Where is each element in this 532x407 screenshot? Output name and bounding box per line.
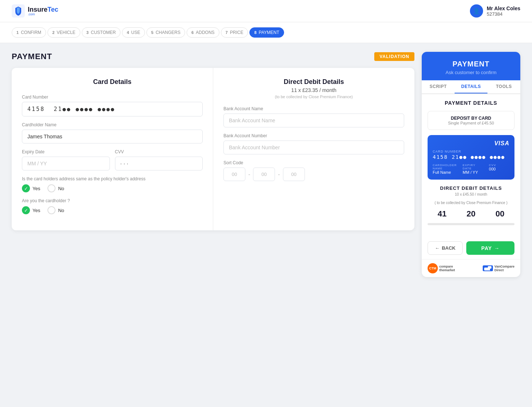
step-price[interactable]: 7 PRICE xyxy=(221,27,248,38)
tab-script[interactable]: SCRIPT xyxy=(422,80,455,93)
sidebar: PAYMENT Ask customer to confirm SCRIPT D… xyxy=(422,52,520,277)
card-cvv-label: CVV xyxy=(489,164,509,167)
dd-number-2: 20 xyxy=(467,209,475,219)
page-title: PAYMENT xyxy=(12,52,52,61)
main-content: PAYMENT VALIDATION Card Details Card Num… xyxy=(0,43,532,286)
sidebar-section-title: PAYMENT DETAILS xyxy=(428,100,514,106)
sort-code-label: Sort Code xyxy=(223,160,404,165)
logo: InsureTec .com xyxy=(12,4,58,18)
cardholder-question-group: Are you the cardholder ? Yes No xyxy=(22,198,203,214)
svg-rect-2 xyxy=(488,266,491,269)
cardholder-name-group: Cardholder Name xyxy=(22,122,203,143)
bank-account-name-input[interactable] xyxy=(223,114,404,127)
card-num-display: 4158 21●● ●●●● ●●●● xyxy=(433,154,509,160)
cardholder-name-input[interactable] xyxy=(22,130,203,143)
tab-tools[interactable]: TOOLS xyxy=(487,80,520,93)
payment-panels: Card Details Card Number Cardholder Name… xyxy=(12,68,414,230)
compare-the-market-logo: CTM comparethemarket xyxy=(428,263,455,273)
partner-logos: CTM comparethemarket VanCompareDirect xyxy=(422,259,520,277)
sort-code-1[interactable] xyxy=(223,168,245,181)
direct-debit-panel: Direct Debit Details 11 x £23.35 / month… xyxy=(213,68,414,230)
deposit-sub: Single Payment of £45.50 xyxy=(432,121,510,125)
cardholder-no-option[interactable]: No xyxy=(47,206,64,214)
tab-details[interactable]: DETAILS xyxy=(455,80,487,93)
bank-account-name-label: Bank Account Name xyxy=(223,106,404,111)
logo-icon xyxy=(12,4,25,18)
address-question-group: Is the card holders address same as the … xyxy=(22,176,203,192)
card-cardholder-label: CARDHOLDER NAME xyxy=(433,164,457,170)
pay-arrow-icon: → xyxy=(494,245,500,251)
sidebar-tabs: SCRIPT DETAILS TOOLS xyxy=(422,80,520,94)
cardholder-radio-group: Yes No xyxy=(22,206,203,214)
cardholder-yes-radio[interactable] xyxy=(22,206,30,214)
address-no-option[interactable]: No xyxy=(47,184,64,192)
pay-button[interactable]: PAY → xyxy=(466,241,514,255)
deposit-card: DEPOSIT BY CARD Single Payment of £45.50 xyxy=(428,111,514,130)
visa-label: VISA xyxy=(494,140,509,147)
cardholder-question: Are you the cardholder ? xyxy=(22,198,203,203)
bank-account-number-input[interactable] xyxy=(223,141,404,154)
step-changers[interactable]: 5 CHANGERS xyxy=(146,27,185,38)
address-yes-radio[interactable] xyxy=(22,184,30,192)
address-yes-option[interactable]: Yes xyxy=(22,184,40,192)
dd-note: (to be collected by Close Premium Financ… xyxy=(223,95,404,99)
sidebar-header: PAYMENT Ask customer to confirm xyxy=(422,52,520,80)
sort-code-group: Sort Code - - xyxy=(223,160,404,181)
address-question: Is the card holders address same as the … xyxy=(22,176,203,181)
sort-code-2[interactable] xyxy=(253,168,275,181)
vancompare-icon xyxy=(483,265,493,271)
cardholder-yes-option[interactable]: Yes xyxy=(22,206,40,214)
back-arrow-icon: ← xyxy=(435,245,440,251)
address-no-radio[interactable] xyxy=(47,184,56,192)
dd-panel-title: Direct Debit Details xyxy=(223,78,404,86)
user-name: Mr Alex Coles xyxy=(487,5,520,11)
deposit-label: DEPOSIT BY CARD xyxy=(432,116,510,121)
step-customer[interactable]: 3 CUSTOMER xyxy=(82,27,121,38)
step-use[interactable]: 4 USE xyxy=(122,27,145,38)
van-compare-logo: VanCompareDirect xyxy=(483,265,514,272)
card-expiry-value: MM / YY xyxy=(463,170,483,174)
dd-number-1: 41 xyxy=(437,209,446,219)
dd-number-3: 00 xyxy=(495,209,504,219)
page-header: PAYMENT VALIDATION xyxy=(12,52,414,61)
card-details-panel: Card Details Card Number Cardholder Name… xyxy=(12,68,213,230)
expiry-label: Expiry Date xyxy=(22,149,110,154)
card-cardholder-value: Full Name xyxy=(433,170,457,174)
expiry-input[interactable] xyxy=(22,157,110,170)
dd-progress-bar xyxy=(428,223,514,225)
sidebar-body: PAYMENT DETAILS DEPOSIT BY CARD Single P… xyxy=(422,94,520,237)
card-number-label: Card Number xyxy=(22,95,203,100)
cardholder-no-radio[interactable] xyxy=(47,206,56,214)
steps-nav: 1 CONFIRM 2 VEHICLE 3 CUSTOMER 4 USE 5 C… xyxy=(0,22,532,43)
step-payment[interactable]: 8 PAYMENT xyxy=(249,27,284,38)
cvv-input[interactable] xyxy=(115,157,203,170)
dd-details-title: DIRECT DEBIT DETAILS xyxy=(428,185,514,191)
dd-details-note: ( to be collected by Close Premium Finan… xyxy=(428,201,514,205)
card-number-input[interactable] xyxy=(22,102,203,116)
dd-subtitle: 11 x £23.35 / month xyxy=(223,87,404,93)
sort-code-3[interactable] xyxy=(283,168,305,181)
user-info: 👤 Mr Alex Coles 527384 xyxy=(470,4,520,18)
bank-account-number-label: Bank Account Number xyxy=(223,133,404,138)
user-id: 527384 xyxy=(487,11,520,17)
step-confirm[interactable]: 1 CONFIRM xyxy=(12,27,46,38)
expiry-cvv-row: Expiry Date CVV xyxy=(22,149,203,176)
sidebar-header-sub: Ask customer to confirm xyxy=(429,70,513,75)
bank-account-number-group: Bank Account Number xyxy=(223,133,404,154)
visa-card-display: VISA CARD NUMBER 4158 21●● ●●●● ●●●● CAR… xyxy=(428,135,514,180)
step-vehicle[interactable]: 2 VEHICLE xyxy=(47,27,80,38)
card-cvv-value: 000 xyxy=(489,167,509,171)
back-button[interactable]: ← BACK xyxy=(428,241,463,255)
sidebar-actions: ← BACK PAY → xyxy=(422,237,520,259)
card-num-label: CARD NUMBER xyxy=(433,150,509,153)
sidebar-card: PAYMENT Ask customer to confirm SCRIPT D… xyxy=(422,52,520,277)
card-number-group: Card Number xyxy=(22,95,203,116)
card-expiry-label: EXPIRY DATE xyxy=(463,164,483,170)
dd-numbers: 41 20 00 xyxy=(428,209,514,219)
header: InsureTec .com 👤 Mr Alex Coles 527384 xyxy=(0,0,532,22)
step-addons[interactable]: 6 ADDONS xyxy=(187,27,219,38)
sort-code-inputs: - - xyxy=(223,168,404,181)
card-panel-title: Card Details xyxy=(22,78,203,86)
bank-account-name-group: Bank Account Name xyxy=(223,106,404,127)
ctm-icon: CTM xyxy=(428,263,438,273)
